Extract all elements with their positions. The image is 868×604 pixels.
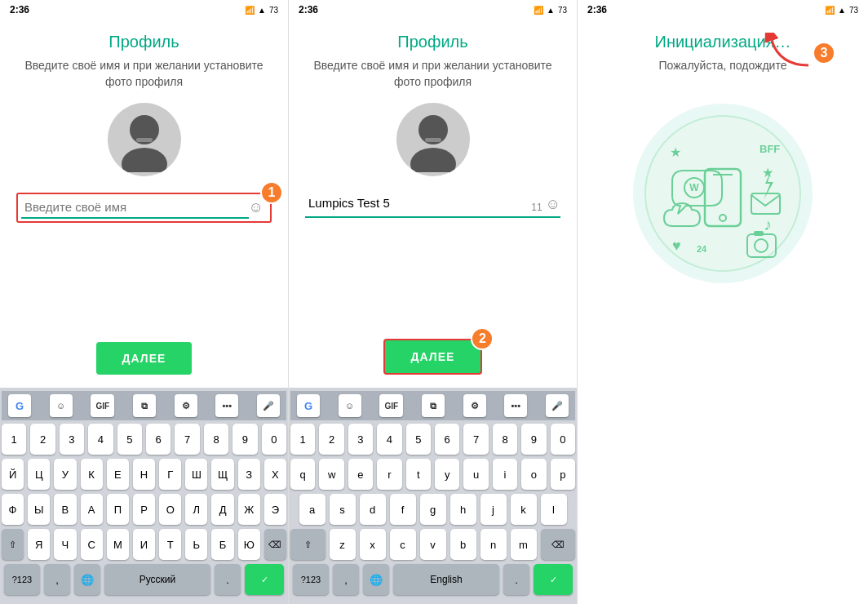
avatar-2[interactable]: [396, 103, 470, 176]
kb-q[interactable]: q: [290, 459, 315, 490]
kb-key-2[interactable]: 2: [30, 424, 55, 455]
kb-f[interactable]: f: [390, 494, 416, 525]
kb-m[interactable]: m: [511, 529, 537, 560]
kb-globe-1[interactable]: 🌐: [74, 564, 100, 595]
kb-ь[interactable]: Ь: [185, 529, 207, 560]
kb-123-2[interactable]: ?123: [293, 564, 329, 595]
kb-o[interactable]: o: [521, 459, 546, 490]
kb-globe-2[interactable]: 🌐: [363, 564, 389, 595]
kb-gif-btn-1[interactable]: GIF: [91, 394, 114, 417]
kb-w[interactable]: w: [319, 459, 343, 490]
kb-д[interactable]: Д: [211, 494, 233, 525]
kb-ы[interactable]: Ы: [28, 494, 50, 525]
kb-п[interactable]: П: [107, 494, 129, 525]
kb-google-btn-2[interactable]: G: [297, 394, 320, 417]
kb-shift-2[interactable]: ⇧: [290, 529, 326, 560]
kb-э[interactable]: Э: [264, 494, 286, 525]
next-btn-2[interactable]: ДАЛЕЕ: [383, 339, 483, 375]
kb-у[interactable]: У: [54, 459, 76, 490]
kb-x[interactable]: x: [360, 529, 386, 560]
kb-l[interactable]: l: [541, 494, 567, 525]
kb-e[interactable]: e: [348, 459, 373, 490]
kb-space-lang-1[interactable]: Русский: [104, 564, 210, 595]
kb-clipboard-btn-2[interactable]: ⧉: [422, 394, 445, 417]
kb-key-0[interactable]: 0: [262, 424, 286, 455]
kb-backspace-1[interactable]: ⌫: [264, 529, 286, 560]
kb-a[interactable]: a: [299, 494, 326, 525]
kb-mic-btn-1[interactable]: 🎤: [257, 394, 280, 417]
kb-123-1[interactable]: ?123: [4, 564, 40, 595]
kb-clipboard-btn-1[interactable]: ⧉: [133, 394, 156, 417]
kb-о[interactable]: О: [159, 494, 181, 525]
kb-ж[interactable]: Ж: [238, 494, 260, 525]
kb-ф[interactable]: Ф: [2, 494, 24, 525]
kb-comma-2[interactable]: ,: [333, 564, 359, 595]
kb2-0[interactable]: 0: [551, 424, 575, 455]
kb2-7[interactable]: 7: [463, 424, 488, 455]
kb-н[interactable]: Н: [133, 459, 155, 490]
kb-comma-1[interactable]: ,: [44, 564, 70, 595]
kb-в[interactable]: В: [54, 494, 76, 525]
kb-а[interactable]: А: [81, 494, 103, 525]
kb2-3[interactable]: 3: [348, 424, 373, 455]
kb-v[interactable]: v: [420, 529, 446, 560]
kb-emoji-btn-2b[interactable]: ☺: [339, 394, 361, 417]
emoji-btn-2[interactable]: ☺: [546, 196, 560, 213]
kb-к[interactable]: К: [81, 459, 103, 490]
kb-t[interactable]: t: [406, 459, 431, 490]
kb-key-5[interactable]: 5: [117, 424, 142, 455]
kb-key-8[interactable]: 8: [204, 424, 228, 455]
kb-z[interactable]: z: [330, 529, 356, 560]
kb-b[interactable]: b: [450, 529, 476, 560]
kb-h[interactable]: h: [450, 494, 476, 525]
kb2-5[interactable]: 5: [406, 424, 431, 455]
kb2-2[interactable]: 2: [319, 424, 343, 455]
kb-more-btn-2[interactable]: •••: [504, 394, 527, 417]
kb-key-3[interactable]: 3: [60, 424, 84, 455]
kb-ю[interactable]: Ю: [238, 529, 260, 560]
kb-р[interactable]: Р: [133, 494, 155, 525]
kb-u[interactable]: u: [463, 459, 488, 490]
next-btn-1[interactable]: ДАЛЕЕ: [96, 342, 193, 375]
kb2-1[interactable]: 1: [290, 424, 315, 455]
kb-emoji-btn-1[interactable]: ☺: [50, 394, 73, 417]
kb-я[interactable]: Я: [28, 529, 50, 560]
kb-i[interactable]: i: [493, 459, 517, 490]
kb-settings-btn-1[interactable]: ⚙: [175, 394, 197, 417]
name-input-2[interactable]: [305, 193, 531, 213]
kb-х[interactable]: Х: [264, 459, 286, 490]
kb-google-btn-1[interactable]: G: [8, 394, 31, 417]
kb-shift-1[interactable]: ⇧: [2, 529, 24, 560]
kb-т[interactable]: Т: [159, 529, 181, 560]
kb-key-4[interactable]: 4: [88, 424, 113, 455]
kb-з[interactable]: З: [238, 459, 260, 490]
avatar-1[interactable]: [108, 103, 181, 176]
kb-л[interactable]: Л: [185, 494, 207, 525]
kb-key-9[interactable]: 9: [232, 424, 257, 455]
kb-k[interactable]: k: [511, 494, 537, 525]
kb2-9[interactable]: 9: [521, 424, 546, 455]
kb2-6[interactable]: 6: [435, 424, 459, 455]
kb-key-6[interactable]: 6: [146, 424, 170, 455]
kb-n[interactable]: n: [480, 529, 507, 560]
kb-ц[interactable]: Ц: [28, 459, 50, 490]
kb-j[interactable]: j: [480, 494, 507, 525]
kb-backspace-2[interactable]: ⌫: [541, 529, 576, 560]
kb-period-2[interactable]: .: [503, 564, 529, 595]
kb-ч[interactable]: Ч: [54, 529, 76, 560]
kb-p[interactable]: p: [551, 459, 575, 490]
kb-more-btn-1[interactable]: •••: [215, 394, 238, 417]
kb-б[interactable]: Б: [211, 529, 233, 560]
name-input-1[interactable]: [21, 197, 249, 219]
kb-и[interactable]: И: [133, 529, 155, 560]
emoji-btn-1[interactable]: ☺: [249, 199, 264, 216]
kb-щ[interactable]: Щ: [211, 459, 233, 490]
kb-g[interactable]: g: [420, 494, 446, 525]
kb-period-1[interactable]: .: [215, 564, 241, 595]
kb2-8[interactable]: 8: [493, 424, 517, 455]
kb-y[interactable]: y: [435, 459, 459, 490]
kb2-4[interactable]: 4: [377, 424, 401, 455]
kb-с[interactable]: С: [81, 529, 103, 560]
kb-enter-1[interactable]: ✓: [245, 564, 284, 595]
kb-й[interactable]: Й: [2, 459, 24, 490]
